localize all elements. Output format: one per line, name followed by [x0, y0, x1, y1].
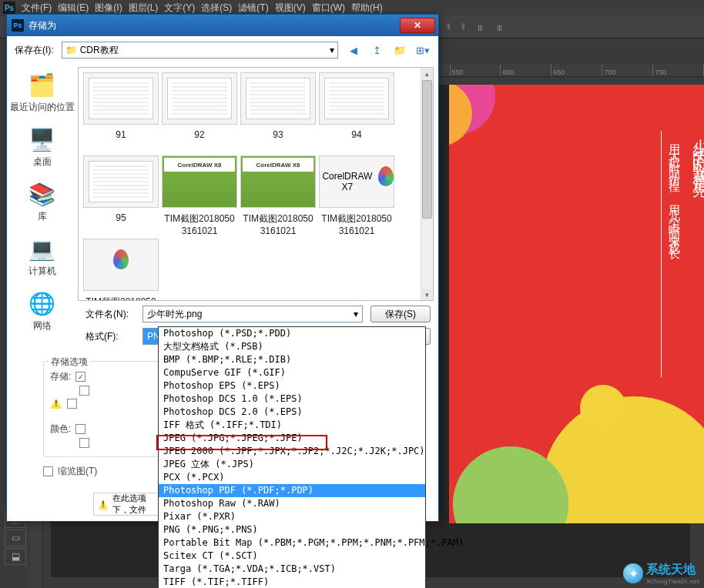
format-option[interactable]: JPEG 立体 (*.JPS) — [159, 458, 425, 471]
place-desktop[interactable]: 🖥️桌面 — [10, 123, 75, 175]
file-thumbnail[interactable]: 93 — [240, 72, 316, 151]
menu-image[interactable]: 图像(I) — [95, 2, 122, 15]
menubar: Ps 文件(F) 编辑(E) 图像(I) 图层(L) 文字(Y) 选择(S) 滤… — [0, 0, 704, 15]
tool-item[interactable]: ⬓ — [5, 548, 26, 565]
format-option[interactable]: TIFF (*.TIF;*.TIFF) — [159, 576, 425, 588]
format-option[interactable]: Targa (*.TGA;*.VDA;*.ICB;*.VST) — [159, 563, 425, 576]
file-thumbnail[interactable]: CorelDRAW X8TIM截图20180503161021 — [162, 155, 237, 234]
decor-circle — [580, 385, 626, 431]
file-label: 93 — [240, 129, 316, 151]
align-icon[interactable]: ⫴ — [461, 22, 465, 32]
chevron-down-icon: ▾ — [354, 309, 358, 319]
artwork-text-2: 用大把时间彷徨，用几个瞬间来成长… — [667, 135, 682, 396]
thumbnail-label: 缩览图(T) — [58, 465, 97, 478]
hint-box: !在此选项下，文件 — [93, 493, 167, 516]
menu-layer[interactable]: 图层(L) — [129, 2, 159, 15]
format-option[interactable]: 大型文档格式 (*.PSB) — [159, 340, 425, 353]
menu-type[interactable]: 文字(Y) — [164, 2, 195, 15]
places-bar: 🗂️最近访问的位置 🖥️桌面 📚库 💻计算机 🌐网络 — [7, 64, 78, 301]
back-button[interactable]: ◀ — [346, 42, 361, 58]
format-option[interactable]: Portable Bit Map (*.PBM;*.PGM;*.PPM;*.PN… — [159, 536, 425, 550]
menu-window[interactable]: 窗口(W) — [312, 2, 345, 15]
file-label: TIM截图201805031610 — [83, 296, 159, 301]
place-recent[interactable]: 🗂️最近访问的位置 — [10, 68, 75, 120]
scroll-thumb[interactable] — [422, 80, 432, 219]
options-title: 存储选项 — [49, 356, 90, 369]
format-option[interactable]: Photoshop EPS (*.EPS) — [159, 379, 425, 393]
format-option[interactable]: Scitex CT (*.SCT) — [159, 550, 425, 563]
format-option[interactable]: Pixar (*.PXR) — [159, 510, 425, 523]
menu-file[interactable]: 文件(F) — [22, 2, 52, 15]
menu-view[interactable]: 视图(V) — [275, 2, 306, 15]
menu-edit[interactable]: 编辑(E) — [58, 2, 89, 15]
file-pane[interactable]: 9192939495CorelDRAW X8TIM截图2018050316102… — [78, 67, 434, 301]
checkbox[interactable] — [75, 424, 85, 434]
format-option[interactable]: Photoshop DCS 1.0 (*.EPS) — [159, 393, 425, 406]
file-thumbnail[interactable]: 91 — [83, 72, 159, 151]
new-folder-button[interactable]: 📁 — [392, 42, 407, 58]
checkbox[interactable]: ✓ — [75, 372, 85, 382]
format-option[interactable]: Photoshop DCS 2.0 (*.EPS) — [159, 406, 425, 419]
store-label: 存储: — [50, 370, 71, 383]
format-option[interactable]: Photoshop (*.PSD;*.PDD) — [159, 327, 425, 340]
place-computer[interactable]: 💻计算机 — [10, 232, 75, 284]
checkbox[interactable] — [67, 399, 77, 409]
format-label: 格式(F): — [85, 330, 135, 343]
file-label: 95 — [83, 212, 159, 234]
file-thumbnail[interactable]: 92 — [162, 72, 237, 151]
titlebar[interactable]: Ps 存储为 ✕ — [7, 15, 438, 36]
chevron-down-icon: ▾ — [330, 45, 334, 55]
file-label: TIM截图20180503161021 — [319, 212, 394, 234]
watermark-icon: ✦ — [623, 563, 643, 583]
file-thumbnail[interactable]: CorelDRAW X7TIM截图20180503161021 — [319, 155, 394, 234]
folder-icon: 📁 — [65, 45, 77, 55]
save-button[interactable]: 保存(S) — [370, 306, 431, 322]
format-option[interactable]: PNG (*.PNG;*.PNS) — [159, 523, 425, 536]
scroll-down-button[interactable]: ▾ — [422, 289, 432, 300]
format-option[interactable]: CompuServe GIF (*.GIF) — [159, 366, 425, 379]
app-logo: Ps — [3, 2, 15, 14]
format-option[interactable]: PCX (*.PCX) — [159, 471, 425, 484]
scroll-up-button[interactable]: ▴ — [422, 68, 432, 79]
format-option[interactable]: BMP (*.BMP;*.RLE;*.DIB) — [159, 353, 425, 366]
ps-icon: Ps — [12, 19, 24, 32]
format-dropdown[interactable]: Photoshop (*.PSD;*.PDD)大型文档格式 (*.PSB)BMP… — [158, 326, 426, 588]
menu-select[interactable]: 选择(S) — [201, 2, 232, 15]
dialog-title: 存储为 — [28, 19, 56, 32]
format-option[interactable]: JPEG 2000 (*.JPF;*.JPX;*.JP2;*.J2C;*.J2K… — [159, 445, 425, 458]
format-option[interactable]: JPEG (*.JPG;*.JPEG;*.JPE) — [159, 432, 425, 445]
menu-help[interactable]: 帮助(H) — [351, 2, 383, 15]
close-button[interactable]: ✕ — [400, 18, 435, 33]
save-in-label: 保存在(I): — [15, 44, 54, 57]
file-thumbnail[interactable]: TIM截图201805031610 — [83, 239, 159, 301]
file-thumbnail[interactable]: 95 — [83, 155, 159, 234]
file-label: TIM截图20180503161021 — [240, 212, 316, 234]
format-option[interactable]: Photoshop Raw (*.RAW) — [159, 497, 425, 510]
distribute-icon[interactable]: ⫼ — [476, 22, 484, 32]
distribute-icon[interactable]: ⫼ — [495, 22, 504, 32]
folder-select[interactable]: 📁CDR教程 ▾ — [62, 42, 338, 58]
align-icon[interactable]: ⫴ — [447, 22, 451, 32]
file-label: 92 — [162, 129, 237, 151]
scrollbar[interactable]: ▴ ▾ — [421, 68, 433, 300]
view-menu-button[interactable]: ⊞▾ — [415, 42, 431, 58]
up-button[interactable]: ↥ — [369, 42, 384, 58]
menu-filter[interactable]: 滤镜(T) — [238, 2, 268, 15]
filename-input[interactable]: 少年时光.png▾ — [142, 306, 363, 322]
color-label: 颜色: — [50, 423, 71, 436]
place-network[interactable]: 🌐网络 — [10, 287, 75, 339]
checkbox[interactable] — [79, 438, 89, 448]
file-thumbnail[interactable]: 94 — [319, 72, 394, 151]
artwork-text-1: 少年的时光就是晃， — [690, 127, 704, 389]
place-library[interactable]: 📚库 — [10, 178, 75, 229]
thumbnail-checkbox[interactable] — [43, 466, 53, 476]
filename-label: 文件名(N): — [85, 308, 135, 321]
file-thumbnail[interactable]: CorelDRAW X8TIM截图20180503161021 — [240, 155, 316, 234]
file-label: 94 — [319, 129, 394, 151]
format-option[interactable]: IFF 格式 (*.IFF;*.TDI) — [159, 419, 425, 432]
warning-icon: ! — [50, 398, 62, 409]
file-label: 91 — [83, 129, 159, 151]
checkbox[interactable] — [79, 386, 89, 396]
tool-item[interactable]: ▭ — [5, 530, 26, 546]
format-option[interactable]: Photoshop PDF (*.PDF;*.PDP) — [159, 484, 425, 497]
